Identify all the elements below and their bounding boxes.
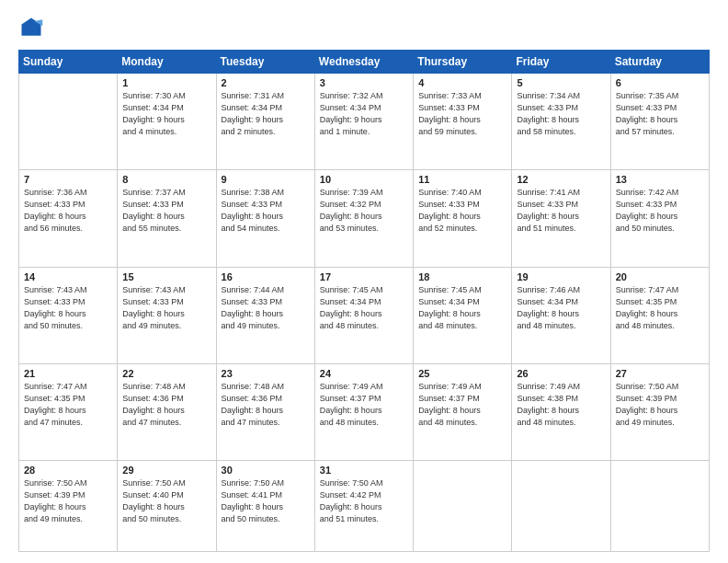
- calendar-cell: 17Sunrise: 7:45 AM Sunset: 4:34 PM Dayli…: [314, 267, 413, 363]
- calendar-cell: 13Sunrise: 7:42 AM Sunset: 4:33 PM Dayli…: [610, 170, 709, 267]
- calendar-cell: 27Sunrise: 7:50 AM Sunset: 4:39 PM Dayli…: [610, 363, 709, 460]
- calendar-week-row: 14Sunrise: 7:43 AM Sunset: 4:33 PM Dayli…: [19, 267, 710, 363]
- logo: [18, 15, 48, 40]
- calendar-cell: 23Sunrise: 7:48 AM Sunset: 4:36 PM Dayli…: [216, 363, 314, 460]
- day-info: Sunrise: 7:43 AM Sunset: 4:33 PM Dayligh…: [24, 284, 112, 332]
- day-number: 10: [320, 174, 408, 185]
- day-number: 15: [122, 271, 210, 282]
- calendar-cell: 31Sunrise: 7:50 AM Sunset: 4:42 PM Dayli…: [314, 461, 413, 552]
- day-number: 26: [517, 368, 605, 379]
- calendar-cell: [512, 461, 610, 552]
- calendar-cell: 29Sunrise: 7:50 AM Sunset: 4:40 PM Dayli…: [118, 461, 216, 552]
- day-number: 28: [24, 465, 112, 476]
- day-number: 21: [24, 368, 112, 379]
- calendar-cell: 16Sunrise: 7:44 AM Sunset: 4:33 PM Dayli…: [216, 267, 314, 363]
- day-info: Sunrise: 7:49 AM Sunset: 4:38 PM Dayligh…: [517, 381, 605, 429]
- header: [18, 15, 710, 40]
- day-info: Sunrise: 7:31 AM Sunset: 4:34 PM Dayligh…: [222, 90, 310, 138]
- day-number: 19: [517, 271, 605, 282]
- day-number: 8: [122, 174, 210, 185]
- calendar-cell: 14Sunrise: 7:43 AM Sunset: 4:33 PM Dayli…: [19, 267, 118, 363]
- day-info: Sunrise: 7:48 AM Sunset: 4:36 PM Dayligh…: [222, 381, 310, 429]
- day-number: 17: [320, 271, 408, 282]
- calendar-cell: [414, 461, 512, 552]
- day-info: Sunrise: 7:50 AM Sunset: 4:40 PM Dayligh…: [122, 477, 210, 525]
- calendar-week-row: 1Sunrise: 7:30 AM Sunset: 4:34 PM Daylig…: [19, 74, 710, 170]
- day-number: 30: [222, 465, 310, 476]
- calendar-cell: 26Sunrise: 7:49 AM Sunset: 4:38 PM Dayli…: [512, 363, 610, 460]
- calendar-cell: 2Sunrise: 7:31 AM Sunset: 4:34 PM Daylig…: [216, 74, 314, 170]
- day-info: Sunrise: 7:33 AM Sunset: 4:33 PM Dayligh…: [418, 90, 506, 138]
- day-number: 14: [24, 271, 112, 282]
- calendar-cell: 24Sunrise: 7:49 AM Sunset: 4:37 PM Dayli…: [314, 363, 413, 460]
- day-info: Sunrise: 7:50 AM Sunset: 4:42 PM Dayligh…: [320, 477, 408, 525]
- day-info: Sunrise: 7:50 AM Sunset: 4:39 PM Dayligh…: [616, 381, 704, 429]
- day-number: 9: [222, 174, 310, 185]
- day-number: 29: [122, 465, 210, 476]
- day-number: 13: [616, 174, 704, 185]
- day-info: Sunrise: 7:38 AM Sunset: 4:33 PM Dayligh…: [222, 187, 310, 235]
- calendar-cell: 20Sunrise: 7:47 AM Sunset: 4:35 PM Dayli…: [610, 267, 709, 363]
- day-info: Sunrise: 7:30 AM Sunset: 4:34 PM Dayligh…: [122, 90, 210, 138]
- day-info: Sunrise: 7:47 AM Sunset: 4:35 PM Dayligh…: [24, 381, 112, 429]
- day-number: 2: [222, 77, 310, 88]
- day-info: Sunrise: 7:49 AM Sunset: 4:37 PM Dayligh…: [418, 381, 506, 429]
- calendar-cell: 1Sunrise: 7:30 AM Sunset: 4:34 PM Daylig…: [118, 74, 216, 170]
- day-number: 1: [122, 77, 210, 88]
- day-number: 11: [418, 174, 506, 185]
- day-info: Sunrise: 7:49 AM Sunset: 4:37 PM Dayligh…: [320, 381, 408, 429]
- calendar-cell: 7Sunrise: 7:36 AM Sunset: 4:33 PM Daylig…: [19, 170, 118, 267]
- day-info: Sunrise: 7:35 AM Sunset: 4:33 PM Dayligh…: [616, 90, 704, 138]
- day-number: 12: [517, 174, 605, 185]
- day-info: Sunrise: 7:37 AM Sunset: 4:33 PM Dayligh…: [122, 187, 210, 235]
- calendar-cell: [19, 74, 118, 170]
- page: SundayMondayTuesdayWednesdayThursdayFrid…: [0, 0, 728, 563]
- calendar-cell: 18Sunrise: 7:45 AM Sunset: 4:34 PM Dayli…: [414, 267, 512, 363]
- calendar-cell: 12Sunrise: 7:41 AM Sunset: 4:33 PM Dayli…: [512, 170, 610, 267]
- calendar-cell: 28Sunrise: 7:50 AM Sunset: 4:39 PM Dayli…: [19, 461, 118, 552]
- day-info: Sunrise: 7:36 AM Sunset: 4:33 PM Dayligh…: [24, 187, 112, 235]
- logo-icon: [18, 15, 44, 40]
- calendar-cell: 4Sunrise: 7:33 AM Sunset: 4:33 PM Daylig…: [414, 74, 512, 170]
- calendar-cell: 5Sunrise: 7:34 AM Sunset: 4:33 PM Daylig…: [512, 74, 610, 170]
- calendar-day-header: Thursday: [414, 51, 512, 74]
- day-number: 7: [24, 174, 112, 185]
- day-number: 16: [222, 271, 310, 282]
- calendar-cell: 6Sunrise: 7:35 AM Sunset: 4:33 PM Daylig…: [610, 74, 709, 170]
- calendar-week-row: 7Sunrise: 7:36 AM Sunset: 4:33 PM Daylig…: [19, 170, 710, 267]
- calendar-cell: 21Sunrise: 7:47 AM Sunset: 4:35 PM Dayli…: [19, 363, 118, 460]
- calendar-day-header: Sunday: [19, 51, 118, 74]
- day-info: Sunrise: 7:44 AM Sunset: 4:33 PM Dayligh…: [222, 284, 310, 332]
- day-number: 4: [418, 77, 506, 88]
- calendar-cell: 30Sunrise: 7:50 AM Sunset: 4:41 PM Dayli…: [216, 461, 314, 552]
- day-number: 5: [517, 77, 605, 88]
- day-info: Sunrise: 7:50 AM Sunset: 4:41 PM Dayligh…: [222, 477, 310, 525]
- day-number: 24: [320, 368, 408, 379]
- day-info: Sunrise: 7:45 AM Sunset: 4:34 PM Dayligh…: [320, 284, 408, 332]
- day-number: 6: [616, 77, 704, 88]
- day-info: Sunrise: 7:47 AM Sunset: 4:35 PM Dayligh…: [616, 284, 704, 332]
- day-info: Sunrise: 7:45 AM Sunset: 4:34 PM Dayligh…: [418, 284, 506, 332]
- day-number: 25: [418, 368, 506, 379]
- calendar-cell: 11Sunrise: 7:40 AM Sunset: 4:33 PM Dayli…: [414, 170, 512, 267]
- calendar-day-header: Monday: [118, 51, 216, 74]
- calendar-day-header: Wednesday: [314, 51, 413, 74]
- day-info: Sunrise: 7:32 AM Sunset: 4:34 PM Dayligh…: [320, 90, 408, 138]
- day-info: Sunrise: 7:34 AM Sunset: 4:33 PM Dayligh…: [517, 90, 605, 138]
- day-info: Sunrise: 7:43 AM Sunset: 4:33 PM Dayligh…: [122, 284, 210, 332]
- calendar-cell: 25Sunrise: 7:49 AM Sunset: 4:37 PM Dayli…: [414, 363, 512, 460]
- calendar-cell: 3Sunrise: 7:32 AM Sunset: 4:34 PM Daylig…: [314, 74, 413, 170]
- calendar-cell: [610, 461, 709, 552]
- calendar-cell: 15Sunrise: 7:43 AM Sunset: 4:33 PM Dayli…: [118, 267, 216, 363]
- day-info: Sunrise: 7:50 AM Sunset: 4:39 PM Dayligh…: [24, 477, 112, 525]
- calendar-day-header: Friday: [512, 51, 610, 74]
- calendar-week-row: 28Sunrise: 7:50 AM Sunset: 4:39 PM Dayli…: [19, 461, 710, 552]
- day-number: 18: [418, 271, 506, 282]
- calendar-day-header: Saturday: [610, 51, 709, 74]
- day-number: 3: [320, 77, 408, 88]
- day-number: 31: [320, 465, 408, 476]
- day-info: Sunrise: 7:39 AM Sunset: 4:32 PM Dayligh…: [320, 187, 408, 235]
- calendar-day-header: Tuesday: [216, 51, 314, 74]
- day-info: Sunrise: 7:42 AM Sunset: 4:33 PM Dayligh…: [616, 187, 704, 235]
- day-number: 22: [122, 368, 210, 379]
